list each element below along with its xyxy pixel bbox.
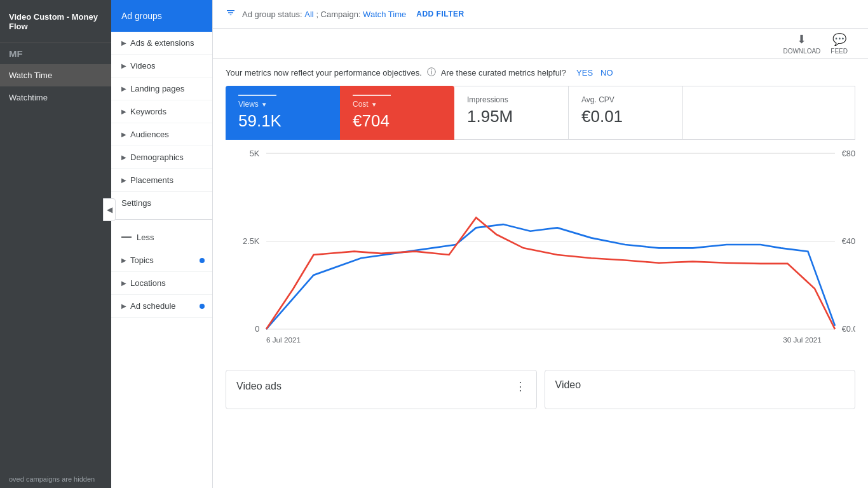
svg-text:0: 0	[255, 324, 259, 334]
card-underline	[238, 95, 276, 96]
dropdown-icon[interactable]: ▼	[371, 101, 377, 108]
main-content: Ad group status: All ; Campaign: Watch T…	[213, 0, 868, 488]
card-value: €0.01	[581, 107, 670, 126]
svg-text:5K: 5K	[250, 149, 260, 158]
arrow-icon: ▶	[121, 177, 126, 184]
card-value: 59.1K	[238, 111, 327, 131]
bottom-panel-video: Video	[545, 370, 856, 409]
metric-card-cost[interactable]: Cost ▼ €704	[340, 86, 454, 140]
card-underline	[353, 95, 391, 96]
bottom-panels: Video ads ⋮ Video	[213, 370, 868, 409]
arrow-icon: ▶	[121, 302, 126, 309]
yes-button[interactable]: YES	[576, 68, 593, 78]
download-button[interactable]: ⬇ DOWNLOAD	[783, 32, 820, 55]
arrow-icon: ▶	[121, 280, 126, 287]
arrow-icon: ▶	[121, 85, 126, 92]
metric-card-views[interactable]: Views ▼ 59.1K	[226, 86, 340, 140]
line-chart: 5K 2.5K 0 €80.0 €40.0 €0.0 6 Jul 2021 30…	[226, 140, 855, 349]
svg-text:€0.0: €0.0	[842, 324, 855, 334]
chart-area: 5K 2.5K 0 €80.0 €40.0 €0.0 6 Jul 2021 30…	[213, 140, 868, 362]
card-label: Avg. CPV	[581, 95, 670, 104]
panel-header: Video ads ⋮	[236, 379, 526, 393]
campaign-initials: MF	[0, 43, 111, 64]
toolbar: ⬇ DOWNLOAD 💬 FEED	[213, 29, 868, 59]
dot-indicator	[200, 304, 205, 309]
info-icon[interactable]: ⓘ	[427, 67, 436, 78]
yes-no-buttons: YES NO	[576, 68, 613, 78]
filter-bar: Ad group status: All ; Campaign: Watch T…	[213, 0, 868, 29]
nav-item-demographics[interactable]: ▶ Demographics	[111, 146, 212, 169]
nav-item-videos[interactable]: ▶ Videos	[111, 55, 212, 78]
dot-indicator	[200, 258, 205, 263]
add-filter-button[interactable]: ADD FILTER	[416, 10, 464, 18]
nav-item-audiences[interactable]: ▶ Audiences	[111, 123, 212, 146]
metric-card-spacer	[683, 86, 855, 140]
sidebar: Video Custom - Money Flow MF Watch Time …	[0, 0, 111, 488]
no-button[interactable]: NO	[600, 68, 613, 78]
feedback-button[interactable]: 💬 FEED	[831, 32, 848, 55]
metric-cards: Views ▼ 59.1K Cost ▼ €704 Impressions 1.…	[213, 86, 868, 140]
arrow-icon: ▶	[121, 39, 126, 46]
nav-item-topics[interactable]: ▶ Topics	[111, 249, 212, 272]
download-icon: ⬇	[797, 32, 806, 46]
panel-header: Video	[555, 379, 845, 391]
svg-text:€80.0: €80.0	[842, 149, 855, 158]
nav-panel: Ad groups ▶ Ads & extensions ▶ Videos ▶ …	[111, 0, 213, 488]
nav-item-placements[interactable]: ▶ Placements	[111, 169, 212, 192]
campaign-title: Video Custom - Money Flow	[0, 0, 111, 43]
metric-card-avg-cpv[interactable]: Avg. CPV €0.01	[569, 86, 683, 140]
feedback-icon: 💬	[832, 32, 846, 46]
bottom-panel-video-ads: Video ads ⋮	[226, 370, 537, 409]
svg-text:30 Jul 2021: 30 Jul 2021	[783, 336, 822, 344]
sidebar-item-watch-time[interactable]: Watch Time	[0, 64, 111, 86]
metric-card-impressions[interactable]: Impressions 1.95M	[454, 86, 569, 140]
nav-item-ads-extensions[interactable]: ▶ Ads & extensions	[111, 32, 212, 55]
nav-item-ad-schedule[interactable]: ▶ Ad schedule	[111, 295, 212, 318]
nav-item-settings[interactable]: Settings	[111, 192, 212, 214]
nav-panel-ad-groups[interactable]: Ad groups	[111, 0, 212, 32]
minus-icon: —	[121, 231, 132, 243]
nav-item-locations[interactable]: ▶ Locations	[111, 272, 212, 295]
arrow-icon: ▶	[121, 154, 126, 161]
chart-container: 5K 2.5K 0 €80.0 €40.0 €0.0 6 Jul 2021 30…	[226, 140, 855, 349]
card-label: Cost ▼	[353, 100, 442, 109]
nav-divider	[111, 219, 212, 220]
svg-text:6 Jul 2021: 6 Jul 2021	[266, 336, 301, 344]
arrow-icon: ▶	[121, 131, 126, 138]
metrics-prompt: Your metrics now reflect your performanc…	[213, 59, 868, 86]
campaign-title-text: Video Custom - Money Flow	[9, 12, 102, 31]
card-value: €704	[353, 111, 442, 131]
filter-icon	[226, 8, 236, 20]
panel-title: Video	[555, 379, 581, 391]
card-value: 1.95M	[467, 107, 555, 126]
nav-item-landing-pages[interactable]: ▶ Landing pages	[111, 78, 212, 100]
nav-item-keywords[interactable]: ▶ Keywords	[111, 100, 212, 123]
nav-panel-top-label: Ad groups	[121, 11, 162, 21]
panel-menu-icon[interactable]: ⋮	[515, 379, 526, 393]
panel-title: Video ads	[236, 381, 281, 392]
svg-text:2.5K: 2.5K	[243, 236, 260, 246]
arrow-icon: ▶	[121, 108, 126, 115]
svg-text:€40.0: €40.0	[842, 236, 855, 246]
arrow-icon: ▶	[121, 62, 126, 69]
nav-less-toggle[interactable]: — Less	[111, 225, 212, 249]
hidden-campaigns-msg: oved campaigns are hidden	[0, 470, 111, 488]
dropdown-icon[interactable]: ▼	[261, 101, 268, 108]
card-label: Views ▼	[238, 100, 327, 109]
sidebar-item-watchtime[interactable]: Watchtime	[0, 86, 111, 109]
arrow-icon: ▶	[121, 257, 126, 264]
card-label: Impressions	[467, 95, 555, 104]
filter-text: Ad group status: All ; Campaign: Watch T…	[242, 10, 406, 19]
sidebar-collapse-button[interactable]: ◀	[103, 198, 116, 221]
